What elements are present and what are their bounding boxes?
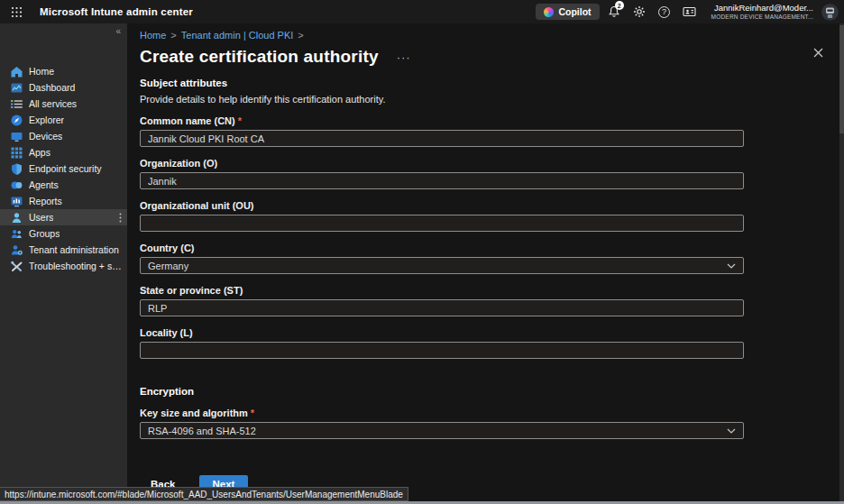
- scrollbar[interactable]: [839, 23, 844, 501]
- user-name: JannikReinhard@Moder...: [711, 3, 813, 14]
- organizational-unit-input[interactable]: [140, 215, 744, 232]
- breadcrumb-home-link[interactable]: Home: [140, 30, 166, 41]
- top-bar: Microsoft Intune admin center Copilot 2: [0, 0, 844, 23]
- users-context-menu-icon[interactable]: [119, 213, 122, 223]
- state-field: State or province (ST): [140, 285, 831, 316]
- status-url: https://intune.microsoft.com/#blade/Micr…: [5, 490, 403, 499]
- country-label: Country (C): [140, 243, 831, 253]
- common-name-input[interactable]: [140, 130, 744, 147]
- dashboard-icon: [11, 82, 23, 94]
- reports-icon: [11, 196, 23, 207]
- sidebar-item-all-services[interactable]: All services: [0, 96, 127, 112]
- sidebar-item-users[interactable]: Users: [0, 209, 127, 225]
- agents-icon: [11, 179, 23, 191]
- copilot-label: Copilot: [558, 6, 591, 17]
- common-name-label: Common name (CN)*: [140, 115, 831, 126]
- sidebar-item-home[interactable]: Home: [0, 63, 127, 79]
- key-size-selected-value: RSA-4096 and SHA-512: [148, 426, 256, 436]
- country-field: Country (C) Germany: [140, 243, 831, 274]
- all-services-icon: [11, 98, 23, 110]
- state-input[interactable]: [140, 299, 744, 316]
- notification-badge: 2: [615, 1, 624, 10]
- home-icon: [11, 66, 23, 78]
- sidebar-item-tenant-administration[interactable]: Tenant administration: [0, 242, 127, 258]
- encryption-heading: Encryption: [140, 386, 831, 397]
- account-menu[interactable]: JannikReinhard@Moder... MODERN DEVICE MA…: [711, 3, 813, 21]
- app-launcher-button[interactable]: [0, 0, 32, 23]
- user-org: MODERN DEVICE MANAGEMENT...: [711, 14, 813, 21]
- notifications-button[interactable]: 2: [603, 1, 625, 23]
- app-title: Microsoft Intune admin center: [40, 6, 193, 17]
- sidebar-item-endpoint-security[interactable]: Endpoint security: [0, 160, 127, 177]
- chevron-down-icon: [727, 428, 736, 434]
- copilot-button[interactable]: Copilot: [536, 4, 599, 20]
- organization-label: Organization (O): [140, 158, 831, 169]
- tenant-administration-icon: [11, 244, 23, 256]
- sidebar-item-explorer[interactable]: Explorer: [0, 112, 127, 128]
- title-context-menu-button[interactable]: ···: [397, 50, 411, 64]
- sidebar-nav: Home Dashboard All services: [0, 23, 127, 274]
- locality-field: Locality (L): [140, 327, 831, 359]
- topbar-actions: Copilot 2: [536, 1, 844, 23]
- sidebar-item-agents[interactable]: Agents: [0, 177, 127, 193]
- devices-icon: [11, 131, 23, 142]
- sidebar-item-apps[interactable]: Apps: [0, 144, 127, 160]
- scrollbar-thumb[interactable]: [839, 25, 844, 133]
- locality-input[interactable]: [140, 342, 744, 359]
- country-select[interactable]: Germany: [140, 257, 744, 274]
- subject-attributes-heading: Subject attributes: [140, 78, 831, 88]
- organizational-unit-label: Organizational unit (OU): [140, 200, 831, 211]
- required-marker: *: [238, 115, 242, 126]
- shield-icon: [11, 163, 23, 175]
- create-ca-blade: Home > Tenant admin | Cloud PKI > Create…: [127, 23, 844, 504]
- close-button[interactable]: [811, 45, 825, 60]
- groups-icon: [11, 228, 23, 240]
- title-row: Create certification authority ···: [140, 45, 831, 69]
- sidebar-item-troubleshooting-support[interactable]: Troubleshooting + support: [0, 258, 127, 274]
- breadcrumb-tenant-admin-link[interactable]: Tenant admin | Cloud PKI: [181, 30, 294, 41]
- explorer-icon: [11, 115, 23, 126]
- sidebar: « Home Dashboard: [0, 23, 127, 504]
- settings-button[interactable]: [628, 1, 650, 23]
- close-icon: [813, 48, 823, 58]
- key-size-label: Key size and algorithm*: [140, 408, 831, 418]
- gear-icon: [633, 5, 646, 18]
- breadcrumb-separator: >: [170, 30, 176, 41]
- copilot-icon: [544, 7, 554, 17]
- breadcrumb-separator: >: [298, 30, 303, 41]
- key-size-field: Key size and algorithm* RSA-4096 and SHA…: [140, 408, 831, 439]
- sidebar-item-reports[interactable]: Reports: [0, 193, 127, 209]
- country-selected-value: Germany: [148, 261, 188, 271]
- feedback-button[interactable]: [679, 1, 701, 23]
- common-name-field: Common name (CN)*: [140, 115, 831, 147]
- avatar-image: [821, 4, 839, 21]
- organization-field: Organization (O): [140, 158, 831, 189]
- status-bar-url-tooltip: https://intune.microsoft.com/#blade/Micr…: [0, 487, 408, 501]
- chevron-down-icon: [727, 263, 736, 269]
- key-size-select[interactable]: RSA-4096 and SHA-512: [140, 422, 744, 439]
- locality-label: Locality (L): [140, 327, 831, 338]
- waffle-icon: [11, 6, 23, 18]
- sidebar-item-dashboard[interactable]: Dashboard: [0, 79, 127, 96]
- state-label: State or province (ST): [140, 285, 831, 296]
- breadcrumb: Home > Tenant admin | Cloud PKI >: [140, 23, 831, 41]
- avatar[interactable]: [821, 4, 839, 21]
- organization-input[interactable]: [140, 172, 744, 189]
- sidebar-item-groups[interactable]: Groups: [0, 225, 127, 242]
- page-title: Create certification authority: [140, 47, 379, 67]
- feedback-icon: [683, 5, 696, 18]
- apps-icon: [11, 147, 23, 159]
- organizational-unit-field: Organizational unit (OU): [140, 200, 831, 232]
- intune-admin-window: Microsoft Intune admin center Copilot 2: [0, 0, 844, 504]
- help-button[interactable]: ?: [654, 1, 675, 23]
- sidebar-collapse-button[interactable]: «: [115, 26, 121, 36]
- subject-attributes-description: Provide details to help identify this ce…: [140, 94, 831, 105]
- troubleshooting-icon: [11, 261, 23, 272]
- user-icon: [11, 212, 23, 224]
- help-icon: ?: [658, 6, 670, 18]
- required-marker: *: [251, 408, 254, 418]
- sidebar-item-devices[interactable]: Devices: [0, 128, 127, 144]
